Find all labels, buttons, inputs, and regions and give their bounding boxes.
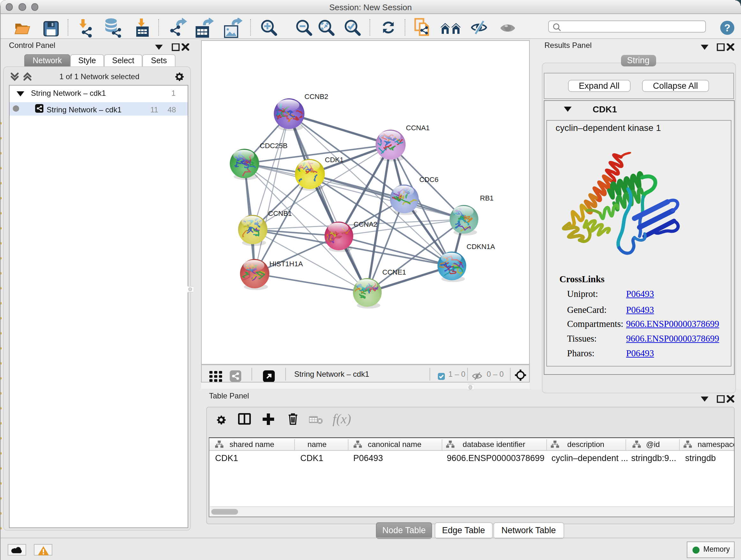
- svg-text:CCNB2: CCNB2: [304, 92, 328, 100]
- svg-text:CCNB1: CCNB1: [268, 209, 292, 217]
- svg-text:?: ?: [724, 22, 730, 33]
- svg-text:RB1: RB1: [480, 194, 493, 202]
- svg-text:HIST1H1A: HIST1H1A: [269, 260, 302, 267]
- svg-text:CCNA2: CCNA2: [353, 220, 377, 228]
- svg-text:CDC6: CDC6: [419, 175, 438, 183]
- svg-text:CDKN1A: CDKN1A: [466, 242, 495, 250]
- svg-text:CDC25B: CDC25B: [259, 141, 287, 149]
- svg-text:CCNA1: CCNA1: [406, 124, 429, 132]
- svg-text:CCNE1: CCNE1: [382, 268, 406, 276]
- svg-text:CDK1: CDK1: [325, 155, 343, 164]
